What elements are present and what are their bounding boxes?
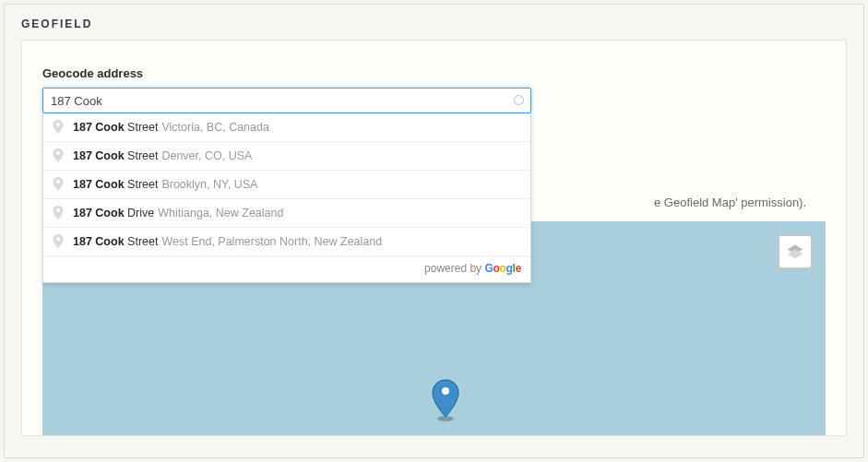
field-card: Geocode address 187 Cook StreetVictoria,… xyxy=(21,40,847,436)
suggestion-main: 187 Cook Drive xyxy=(73,207,154,219)
suggestion-main: 187 Cook Street xyxy=(73,235,158,248)
svg-point-0 xyxy=(56,123,60,126)
suggestion-item[interactable]: 187 Cook StreetBrooklyn, NY, USA xyxy=(43,171,530,199)
svg-point-8 xyxy=(442,387,449,395)
location-pin-icon xyxy=(53,234,64,249)
layers-icon xyxy=(786,243,804,261)
google-logo: Google xyxy=(484,262,521,275)
suggestion-main: 187 Cook Street xyxy=(73,149,158,162)
suggestion-secondary: West End, Palmerston North, New Zealand xyxy=(161,235,382,248)
svg-point-1 xyxy=(56,151,60,155)
suggestion-secondary: Victoria, BC, Canada xyxy=(161,121,269,134)
fieldset-legend: GEOFIELD xyxy=(5,5,863,40)
map-layers-button[interactable] xyxy=(778,234,813,269)
svg-point-2 xyxy=(56,180,60,184)
suggestion-item[interactable]: 187 Cook DriveWhitianga, New Zealand xyxy=(43,199,530,228)
fieldset: GEOFIELD Geocode address 187 Cook Street… xyxy=(4,4,864,458)
suggestion-item[interactable]: 187 Cook StreetVictoria, BC, Canada xyxy=(43,113,530,142)
suggestion-item[interactable]: 187 Cook StreetWest End, Palmerston Nort… xyxy=(43,228,530,255)
autocomplete-dropdown: 187 Cook StreetVictoria, BC, Canada187 C… xyxy=(42,113,531,283)
location-pin-icon xyxy=(53,206,64,220)
geocode-label: Geocode address xyxy=(42,66,826,80)
svg-point-4 xyxy=(56,237,60,241)
location-pin-icon xyxy=(53,177,64,192)
hint-tail: e Geofield Map' permission). xyxy=(654,195,806,209)
attribution: powered by Google xyxy=(43,255,530,282)
suggestion-main: 187 Cook Street xyxy=(73,121,158,134)
loading-spinner-icon xyxy=(514,95,524,105)
location-pin-icon xyxy=(53,148,64,163)
svg-point-3 xyxy=(56,208,60,212)
suggestion-secondary: Brooklyn, NY, USA xyxy=(161,178,257,191)
geocode-input-wrap: 187 Cook StreetVictoria, BC, Canada187 C… xyxy=(42,88,531,113)
map-pin-icon xyxy=(430,378,461,422)
suggestion-secondary: Whitianga, New Zealand xyxy=(158,207,283,219)
geocode-input[interactable] xyxy=(42,88,531,113)
suggestion-main: 187 Cook Street xyxy=(73,178,158,191)
map-marker xyxy=(430,378,461,426)
location-pin-icon xyxy=(53,120,64,135)
attribution-prefix: powered by xyxy=(424,262,484,275)
suggestion-secondary: Denver, CO, USA xyxy=(161,149,252,162)
svg-point-7 xyxy=(437,416,454,421)
suggestion-item[interactable]: 187 Cook StreetDenver, CO, USA xyxy=(43,142,530,171)
